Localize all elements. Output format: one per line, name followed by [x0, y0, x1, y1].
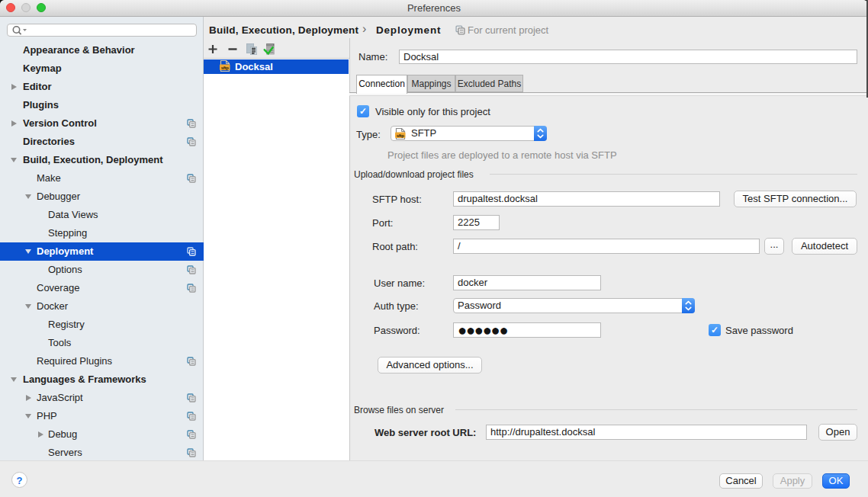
svg-text:sftp: sftp — [221, 66, 229, 70]
svg-text:sftp: sftp — [397, 133, 404, 138]
